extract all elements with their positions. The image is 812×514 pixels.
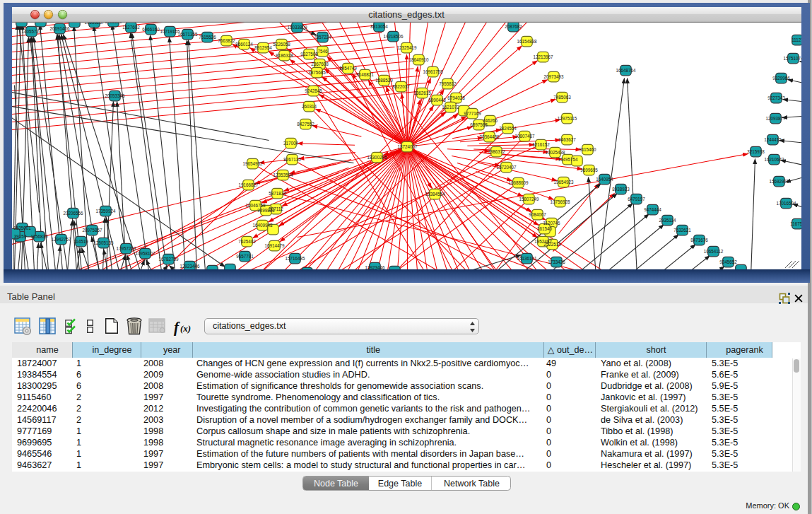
svg-text:317004: 317004 (283, 140, 298, 145)
svg-text:9474444: 9474444 (644, 206, 661, 211)
svg-text:12325419: 12325419 (396, 45, 417, 49)
svg-text:9115460: 9115460 (579, 146, 596, 151)
svg-text:10958107: 10958107 (135, 250, 155, 255)
svg-text:9777169: 9777169 (464, 110, 481, 115)
svg-text:11127: 11127 (792, 37, 801, 42)
svg-text:16136141: 16136141 (517, 255, 537, 260)
svg-text:f: f (174, 319, 180, 336)
svg-text:114519: 114519 (73, 238, 88, 243)
svg-text:1156839: 1156839 (30, 233, 48, 238)
svg-text:16648764: 16648764 (616, 67, 636, 72)
svg-text:3824554: 3824554 (499, 125, 517, 130)
svg-text:9084067: 9084067 (529, 211, 546, 216)
svg-text:(x): (x) (180, 323, 191, 334)
svg-text:7857224: 7857224 (314, 34, 331, 39)
svg-text:1362615: 1362615 (413, 90, 431, 95)
svg-text:20975857: 20975857 (82, 227, 102, 232)
svg-text:260314: 260314 (301, 103, 317, 108)
svg-text:14055724: 14055724 (21, 28, 42, 33)
svg-text:15720407: 15720407 (496, 164, 517, 169)
svg-text:16409948: 16409948 (252, 222, 273, 227)
svg-text:18724007: 18724007 (397, 144, 418, 148)
svg-text:9657791: 9657791 (236, 253, 254, 258)
svg-text:8267130: 8267130 (283, 156, 301, 161)
svg-text:10653287: 10653287 (84, 23, 105, 25)
svg-text:6216152: 6216152 (532, 141, 550, 146)
svg-text:7663822: 7663822 (218, 37, 235, 42)
svg-text:2935114: 2935114 (659, 217, 676, 222)
svg-text:1640954: 1640954 (596, 176, 613, 181)
svg-text:3215938: 3215938 (747, 148, 765, 153)
svg-text:6794028: 6794028 (447, 95, 465, 100)
svg-text:1527602: 1527602 (122, 24, 140, 29)
svg-text:6966160: 6966160 (142, 26, 160, 31)
svg-text:7986372: 7986372 (488, 148, 505, 153)
svg-text:8471676: 8471676 (690, 237, 708, 242)
svg-text:12923446: 12923446 (365, 264, 385, 269)
svg-text:7546: 7546 (317, 48, 328, 53)
svg-text:10046758: 10046758 (245, 202, 266, 207)
svg-text:9242845: 9242845 (305, 88, 322, 93)
svg-text:12505135: 12505135 (93, 240, 114, 245)
svg-text:161540: 161540 (536, 226, 552, 230)
svg-text:15692971: 15692971 (769, 178, 789, 183)
svg-text:16914479: 16914479 (264, 243, 285, 247)
svg-text:6897568: 6897568 (470, 122, 488, 127)
svg-text:20364436: 20364436 (479, 134, 500, 139)
svg-text:10807487: 10807487 (514, 133, 535, 138)
svg-text:9463627: 9463627 (558, 136, 576, 141)
svg-text:8454749: 8454749 (339, 65, 357, 70)
svg-text:1093139: 1093139 (105, 23, 122, 24)
svg-text:12093877: 12093877 (765, 115, 786, 120)
svg-text:9499822: 9499822 (257, 207, 275, 212)
svg-text:15716485: 15716485 (285, 255, 305, 260)
svg-text:3875685: 3875685 (308, 69, 326, 74)
svg-text:8186328: 8186328 (276, 52, 293, 57)
svg-text:16210643: 16210643 (764, 156, 784, 161)
svg-text:8938923: 8938923 (612, 186, 630, 191)
svg-text:12975115: 12975115 (557, 115, 577, 120)
svg-text:17016504: 17016504 (776, 200, 796, 205)
svg-text:20691406: 20691406 (49, 25, 70, 30)
svg-text:5226058: 5226058 (273, 41, 290, 46)
svg-text:10025438: 10025438 (545, 149, 565, 154)
svg-text:12353594: 12353594 (273, 172, 293, 177)
svg-text:8660124: 8660124 (235, 41, 253, 46)
svg-text:2367608: 2367608 (311, 61, 329, 66)
svg-text:18300295: 18300295 (367, 154, 387, 159)
svg-text:20053346: 20053346 (105, 93, 125, 98)
svg-text:19166827: 19166827 (238, 182, 259, 187)
svg-text:19654932: 19654932 (242, 160, 263, 165)
svg-text:10654112: 10654112 (703, 248, 723, 253)
svg-text:15751074: 15751074 (783, 55, 801, 60)
svg-text:17957223: 17957223 (116, 245, 136, 250)
svg-text:9146821: 9146821 (356, 71, 374, 76)
svg-text:2087682: 2087682 (505, 23, 522, 28)
svg-text:19384554: 19384554 (425, 191, 445, 196)
svg-text:12213967: 12213967 (533, 54, 553, 59)
svg-text:1952482: 1952482 (534, 238, 552, 243)
svg-text:8813054: 8813054 (370, 23, 388, 28)
svg-text:9329966: 9329966 (772, 75, 790, 80)
svg-text:17359924: 17359924 (95, 208, 116, 213)
svg-text:9245652: 9245652 (719, 259, 737, 264)
svg-text:9699695: 9699695 (580, 167, 598, 172)
svg-text:8912954: 8912954 (254, 45, 272, 49)
svg-text:7632621: 7632621 (673, 227, 691, 232)
svg-text:12923446: 12923446 (180, 263, 200, 268)
svg-text:20206556: 20206556 (63, 210, 83, 215)
svg-text:7955812: 7955812 (439, 81, 457, 86)
svg-text:9227343: 9227343 (767, 95, 785, 100)
svg-text:10688609: 10688609 (508, 180, 529, 185)
svg-text:15495754: 15495754 (558, 156, 578, 161)
svg-text:1621072: 1621072 (442, 104, 459, 109)
svg-text:5871834: 5871834 (269, 190, 286, 195)
svg-text:15807249: 15807249 (519, 196, 539, 201)
svg-text:1244415: 1244415 (764, 136, 782, 141)
svg-text:1535001: 1535001 (13, 225, 31, 230)
svg-text:7485063: 7485063 (553, 94, 571, 99)
svg-text:8990448: 8990448 (428, 97, 446, 102)
svg-text:19218506: 19218506 (383, 33, 404, 38)
svg-text:16671355: 16671355 (177, 31, 198, 36)
svg-text:16961758: 16961758 (423, 69, 443, 74)
